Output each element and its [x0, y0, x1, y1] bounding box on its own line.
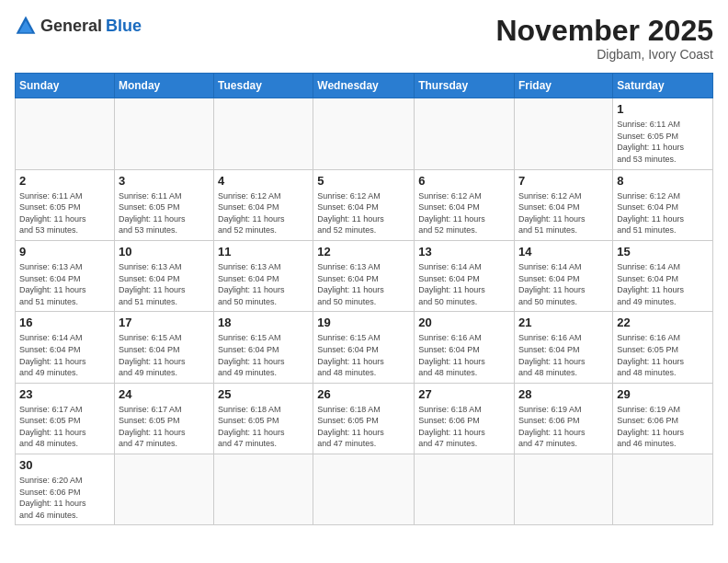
logo-area: GeneralBlue	[15, 15, 142, 37]
day-info: Sunrise: 6:12 AM Sunset: 6:04 PM Dayligh…	[317, 190, 410, 236]
day-number: 9	[19, 245, 110, 259]
calendar-cell	[613, 454, 713, 525]
day-number: 6	[418, 174, 510, 188]
calendar-cell: 21Sunrise: 6:16 AM Sunset: 6:04 PM Dayli…	[515, 312, 613, 383]
day-info: Sunrise: 6:13 AM Sunset: 6:04 PM Dayligh…	[218, 261, 309, 307]
calendar-cell: 14Sunrise: 6:14 AM Sunset: 6:04 PM Dayli…	[515, 240, 613, 311]
day-info: Sunrise: 6:15 AM Sunset: 6:04 PM Dayligh…	[119, 332, 210, 378]
day-number: 5	[317, 174, 410, 188]
calendar-cell	[415, 98, 515, 169]
day-number: 3	[119, 174, 210, 188]
day-number: 14	[518, 245, 609, 259]
day-number: 12	[317, 245, 410, 259]
day-number: 22	[617, 316, 709, 329]
day-info: Sunrise: 6:12 AM Sunset: 6:04 PM Dayligh…	[617, 190, 709, 236]
day-info: Sunrise: 6:14 AM Sunset: 6:04 PM Dayligh…	[617, 261, 709, 307]
calendar-row: 23Sunrise: 6:17 AM Sunset: 6:05 PM Dayli…	[16, 383, 713, 454]
day-info: Sunrise: 6:12 AM Sunset: 6:04 PM Dayligh…	[218, 190, 309, 236]
calendar-cell: 13Sunrise: 6:14 AM Sunset: 6:04 PM Dayli…	[415, 240, 515, 311]
day-number: 21	[518, 316, 609, 329]
weekday-header-friday: Friday	[515, 74, 613, 98]
calendar-cell	[16, 98, 115, 169]
day-number: 23	[19, 387, 110, 401]
day-number: 25	[218, 387, 309, 401]
day-number: 24	[119, 387, 210, 401]
calendar-cell: 30Sunrise: 6:20 AM Sunset: 6:06 PM Dayli…	[16, 454, 115, 525]
calendar-cell: 2Sunrise: 6:11 AM Sunset: 6:05 PM Daylig…	[16, 169, 115, 240]
day-number: 20	[418, 316, 510, 329]
calendar-cell	[214, 98, 313, 169]
day-number: 8	[617, 174, 709, 188]
day-number: 10	[119, 245, 210, 259]
logo-text-general: General	[40, 17, 102, 36]
calendar-row: 30Sunrise: 6:20 AM Sunset: 6:06 PM Dayli…	[16, 454, 713, 525]
calendar-cell	[515, 98, 613, 169]
calendar-cell: 9Sunrise: 6:13 AM Sunset: 6:04 PM Daylig…	[16, 240, 115, 311]
weekday-header-wednesday: Wednesday	[313, 74, 415, 98]
day-info: Sunrise: 6:13 AM Sunset: 6:04 PM Dayligh…	[317, 261, 410, 307]
day-number: 13	[418, 245, 510, 259]
day-info: Sunrise: 6:13 AM Sunset: 6:04 PM Dayligh…	[19, 261, 110, 307]
day-number: 15	[617, 245, 709, 259]
weekday-header-monday: Monday	[114, 74, 213, 98]
location-title: Digbam, Ivory Coast	[495, 47, 713, 62]
day-number: 4	[218, 174, 309, 188]
calendar-cell: 22Sunrise: 6:16 AM Sunset: 6:05 PM Dayli…	[613, 312, 713, 383]
day-info: Sunrise: 6:11 AM Sunset: 6:05 PM Dayligh…	[119, 190, 210, 236]
calendar-cell	[313, 454, 415, 525]
calendar-cell: 4Sunrise: 6:12 AM Sunset: 6:04 PM Daylig…	[214, 169, 313, 240]
day-number: 28	[518, 387, 609, 401]
calendar-cell: 25Sunrise: 6:18 AM Sunset: 6:05 PM Dayli…	[214, 383, 313, 454]
calendar-cell	[214, 454, 313, 525]
day-info: Sunrise: 6:14 AM Sunset: 6:04 PM Dayligh…	[19, 332, 110, 378]
calendar-cell: 27Sunrise: 6:18 AM Sunset: 6:06 PM Dayli…	[415, 383, 515, 454]
calendar-row: 16Sunrise: 6:14 AM Sunset: 6:04 PM Dayli…	[16, 312, 713, 383]
calendar-cell: 7Sunrise: 6:12 AM Sunset: 6:04 PM Daylig…	[515, 169, 613, 240]
calendar-cell: 12Sunrise: 6:13 AM Sunset: 6:04 PM Dayli…	[313, 240, 415, 311]
calendar-cell	[515, 454, 613, 525]
calendar-cell: 24Sunrise: 6:17 AM Sunset: 6:05 PM Dayli…	[114, 383, 213, 454]
calendar-cell: 26Sunrise: 6:18 AM Sunset: 6:05 PM Dayli…	[313, 383, 415, 454]
day-info: Sunrise: 6:16 AM Sunset: 6:05 PM Dayligh…	[617, 332, 709, 378]
day-info: Sunrise: 6:19 AM Sunset: 6:06 PM Dayligh…	[518, 404, 609, 450]
day-info: Sunrise: 6:14 AM Sunset: 6:04 PM Dayligh…	[518, 261, 609, 307]
day-info: Sunrise: 6:18 AM Sunset: 6:06 PM Dayligh…	[418, 404, 510, 450]
calendar-cell	[114, 98, 213, 169]
calendar-cell	[313, 98, 415, 169]
logo-text-blue: Blue	[106, 17, 142, 36]
calendar-cell: 5Sunrise: 6:12 AM Sunset: 6:04 PM Daylig…	[313, 169, 415, 240]
calendar-cell: 3Sunrise: 6:11 AM Sunset: 6:05 PM Daylig…	[114, 169, 213, 240]
calendar-container: GeneralBlue November 2025 Digbam, Ivory …	[0, 0, 728, 563]
calendar-row: 9Sunrise: 6:13 AM Sunset: 6:04 PM Daylig…	[16, 240, 713, 311]
calendar-cell: 8Sunrise: 6:12 AM Sunset: 6:04 PM Daylig…	[613, 169, 713, 240]
day-number: 27	[418, 387, 510, 401]
calendar-cell: 18Sunrise: 6:15 AM Sunset: 6:04 PM Dayli…	[214, 312, 313, 383]
day-number: 18	[218, 316, 309, 329]
calendar-cell: 29Sunrise: 6:19 AM Sunset: 6:06 PM Dayli…	[613, 383, 713, 454]
day-number: 7	[518, 174, 609, 188]
calendar-cell: 20Sunrise: 6:16 AM Sunset: 6:04 PM Dayli…	[415, 312, 515, 383]
day-info: Sunrise: 6:14 AM Sunset: 6:04 PM Dayligh…	[418, 261, 510, 307]
calendar-cell: 6Sunrise: 6:12 AM Sunset: 6:04 PM Daylig…	[415, 169, 515, 240]
month-title: November 2025	[495, 15, 713, 47]
calendar-cell: 23Sunrise: 6:17 AM Sunset: 6:05 PM Dayli…	[16, 383, 115, 454]
day-number: 30	[19, 458, 110, 472]
day-info: Sunrise: 6:16 AM Sunset: 6:04 PM Dayligh…	[518, 332, 609, 378]
calendar-cell	[415, 454, 515, 525]
day-number: 19	[317, 316, 410, 329]
day-info: Sunrise: 6:18 AM Sunset: 6:05 PM Dayligh…	[317, 404, 410, 450]
weekday-header-row: SundayMondayTuesdayWednesdayThursdayFrid…	[16, 74, 713, 98]
day-info: Sunrise: 6:15 AM Sunset: 6:04 PM Dayligh…	[317, 332, 410, 378]
day-info: Sunrise: 6:17 AM Sunset: 6:05 PM Dayligh…	[119, 404, 210, 450]
calendar-cell: 19Sunrise: 6:15 AM Sunset: 6:04 PM Dayli…	[313, 312, 415, 383]
calendar-row: 1Sunrise: 6:11 AM Sunset: 6:05 PM Daylig…	[16, 98, 713, 169]
calendar-row: 2Sunrise: 6:11 AM Sunset: 6:05 PM Daylig…	[16, 169, 713, 240]
day-info: Sunrise: 6:16 AM Sunset: 6:04 PM Dayligh…	[418, 332, 510, 378]
day-info: Sunrise: 6:11 AM Sunset: 6:05 PM Dayligh…	[19, 190, 110, 236]
day-number: 29	[617, 387, 709, 401]
weekday-header-tuesday: Tuesday	[214, 74, 313, 98]
calendar-cell: 17Sunrise: 6:15 AM Sunset: 6:04 PM Dayli…	[114, 312, 213, 383]
calendar-cell: 10Sunrise: 6:13 AM Sunset: 6:04 PM Dayli…	[114, 240, 213, 311]
day-number: 16	[19, 316, 110, 329]
day-number: 17	[119, 316, 210, 329]
